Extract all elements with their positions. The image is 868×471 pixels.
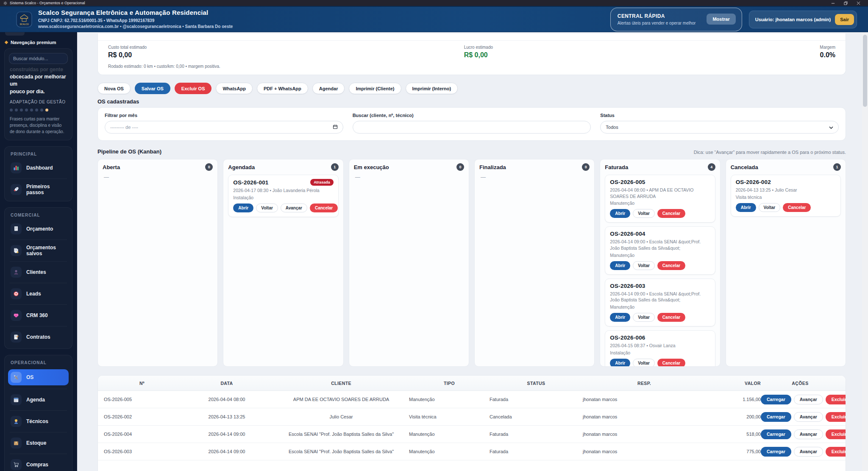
cancelar-button[interactable]: Cancelar (657, 313, 685, 322)
promo-dot[interactable] (20, 109, 23, 111)
vertical-scrollbar[interactable] (862, 32, 868, 471)
agendar-button[interactable]: Agendar (312, 83, 345, 94)
sidebar-item-dashboard[interactable]: Dashboard (9, 161, 68, 175)
kanban-card-os-2026-006[interactable]: OS-2026-0062026-04-15 08:37 • Osvair Lan… (605, 330, 715, 367)
value-cell: 775,00 (706, 449, 761, 454)
scrollbar-thumb[interactable] (863, 35, 867, 107)
svg-text:SCALCO: SCALCO (19, 22, 28, 25)
sidebar-item-primeiros-passos[interactable]: Primeiros passos (9, 182, 68, 197)
row-actions: CarregarAvançarExcluir (761, 447, 846, 457)
cancelar-button[interactable]: Cancelar (657, 261, 685, 270)
sidebar-item-divider (10, 304, 67, 305)
cancelar-button[interactable]: Cancelar (657, 359, 685, 367)
cancelar-button[interactable]: Cancelar (657, 209, 685, 218)
mostrar-button[interactable]: Mostrar (707, 14, 735, 25)
abrir-button[interactable]: Abrir (736, 203, 756, 212)
voltar-button[interactable]: Voltar (633, 359, 655, 367)
abrir-button[interactable]: Abrir (610, 261, 630, 270)
module-search-input[interactable] (9, 53, 68, 64)
excluir-button[interactable]: Excluir (826, 412, 846, 422)
avan-ar-button[interactable]: Avançar (794, 395, 823, 404)
nova-os-button[interactable]: Nova OS (97, 83, 131, 94)
cost-summary-card: Custo total estimado R$ 0,00 Lucro estim… (97, 33, 846, 75)
calendar-icon (11, 394, 22, 405)
promo-carousel-dots[interactable] (10, 109, 67, 111)
carregar-button[interactable]: Carregar (761, 412, 791, 422)
excluir-os-button[interactable]: Excluir OS (175, 83, 212, 94)
sidebar-item-divider (10, 432, 67, 432)
kanban-card-header: OS-2026-005 (610, 179, 710, 185)
sidebar-item-clientes[interactable]: Clientes (9, 265, 68, 279)
close-icon[interactable] (852, 0, 865, 6)
sidebar-item-técnicos[interactable]: Técnicos (9, 414, 68, 429)
cancelar-button[interactable]: Cancelar (783, 203, 811, 212)
date-cell: 2026-04-13 13:25 (180, 414, 273, 419)
sidebar-item-compras[interactable]: Compras (9, 457, 68, 471)
logout-button[interactable]: Sair (835, 14, 854, 25)
voltar-button[interactable]: Voltar (759, 203, 781, 212)
kanban-column-count-badge: 1 (833, 163, 841, 171)
sidebar-item-contratos[interactable]: Contratos (9, 330, 68, 344)
sidebar-item-crm-360[interactable]: CRM 360 (9, 308, 68, 323)
sidebar-item-os[interactable]: OS (8, 369, 69, 385)
premium-label: Navegação premium (11, 40, 56, 45)
pdf-whatsapp-button[interactable]: PDF + WhatsApp (257, 83, 308, 94)
sidebar-item-estoque[interactable]: Estoque (9, 436, 68, 450)
excluir-button[interactable]: Excluir (826, 395, 846, 404)
status-select[interactable]: Todos (600, 121, 839, 134)
carregar-button[interactable]: Carregar (761, 429, 791, 439)
kanban-card-os-2026-004[interactable]: OS-2026-0042026-04-14 09:00 • Escola SEN… (605, 226, 715, 274)
whatsapp-button[interactable]: WhatsApp (216, 83, 252, 94)
voltar-button[interactable]: Voltar (633, 313, 655, 322)
promo-dot[interactable] (35, 109, 38, 111)
kanban-card-os-2026-002[interactable]: OS-2026-0022026-04-13 13:25 • Julio Cesa… (731, 175, 841, 217)
cancelar-button[interactable]: Cancelar (310, 203, 338, 212)
sidebar: Navegação premium construídas por gente … (0, 32, 77, 471)
status-cell: Faturada (490, 432, 583, 437)
voltar-button[interactable]: Voltar (633, 209, 655, 218)
column-header-data: DATA (180, 381, 273, 386)
os-card-type: Instalação (233, 195, 333, 200)
voltar-button[interactable]: Voltar (633, 261, 655, 270)
promo-dot[interactable] (15, 109, 18, 111)
avan-ar-button[interactable]: Avançar (794, 412, 823, 422)
avan-ar-button[interactable]: Avançar (281, 203, 307, 212)
kanban-card-os-2026-001[interactable]: OS-2026-001Atrasada2026-04-17 08:30 • Jo… (228, 175, 338, 217)
imprimir-cliente-button[interactable]: Imprimir (Cliente) (349, 83, 401, 94)
abrir-button[interactable]: Abrir (610, 313, 630, 322)
excluir-button[interactable]: Excluir (826, 447, 846, 457)
avan-ar-button[interactable]: Avançar (794, 447, 823, 457)
sidebar-item-orçamentos-salvos[interactable]: Orçamentos salvos (9, 243, 68, 258)
salvar-os-button[interactable]: Salvar OS (135, 83, 170, 94)
voltar-button[interactable]: Voltar (256, 203, 278, 212)
chevron-down-icon (829, 125, 833, 130)
restore-icon[interactable] (839, 0, 852, 6)
promo-description: Frases curtas para manter presença, disc… (10, 116, 67, 135)
excluir-button[interactable]: Excluir (826, 429, 846, 439)
sidebar-item-leads[interactable]: Leads (9, 287, 68, 301)
sidebar-item-agenda[interactable]: Agenda (9, 393, 68, 407)
value-cell: 200,00 (706, 414, 761, 419)
os-search-input[interactable] (358, 121, 586, 133)
abrir-button[interactable]: Abrir (610, 359, 630, 367)
calendar-picker-icon[interactable] (333, 124, 338, 130)
promo-dot[interactable] (40, 109, 43, 111)
carregar-button[interactable]: Carregar (761, 395, 791, 404)
os-card-actions: AbrirVoltarCancelar (610, 359, 710, 367)
promo-dot[interactable] (30, 109, 33, 111)
kanban-card-os-2026-003[interactable]: OS-2026-0032026-04-14 09:00 • Escola SEN… (605, 279, 715, 326)
kanban-card-os-2026-005[interactable]: OS-2026-0052026-04-04 08:00 • APM DA EE … (605, 175, 715, 223)
abrir-button[interactable]: Abrir (610, 209, 630, 218)
promo-dot[interactable] (45, 109, 48, 111)
promo-dot[interactable] (25, 109, 28, 111)
abrir-button[interactable]: Abrir (233, 203, 253, 212)
promo-dot[interactable] (10, 109, 13, 111)
custo-label: Custo total estimado (108, 45, 464, 50)
imprimir-interno-button[interactable]: Imprimir (Interno) (406, 83, 458, 94)
client-cell: Escola SENAI "Prof. João Baptista Salles… (273, 447, 409, 456)
avan-ar-button[interactable]: Avançar (794, 429, 823, 439)
carregar-button[interactable]: Carregar (761, 447, 791, 457)
sidebar-item-orçamento[interactable]: Orçamento (9, 222, 68, 236)
minimize-icon[interactable] (826, 0, 839, 6)
month-filter-input[interactable]: --------- de ---- (105, 121, 343, 134)
